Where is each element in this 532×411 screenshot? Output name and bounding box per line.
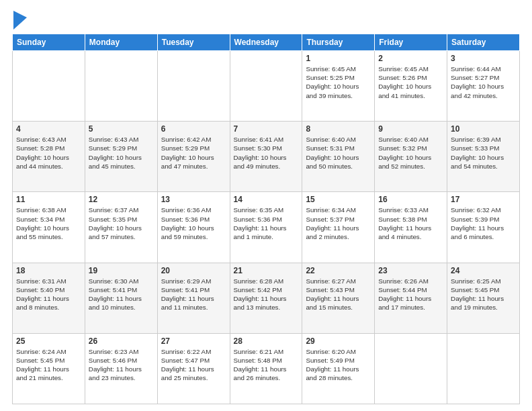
day-number: 2 [378, 54, 443, 63]
day-number: 27 [161, 336, 226, 346]
day-info: Sunrise: 6:21 AM Sunset: 5:48 PM Dayligh… [234, 347, 299, 383]
day-number: 23 [378, 266, 443, 275]
day-number: 1 [306, 54, 371, 63]
calendar-cell: 20Sunrise: 6:29 AM Sunset: 5:41 PM Dayli… [157, 263, 230, 333]
header [12, 11, 520, 30]
day-info: Sunrise: 6:36 AM Sunset: 5:36 PM Dayligh… [161, 205, 226, 241]
calendar-header-row: SundayMondayTuesdayWednesdayThursdayFrid… [13, 34, 520, 51]
day-info: Sunrise: 6:43 AM Sunset: 5:29 PM Dayligh… [89, 135, 154, 171]
day-info: Sunrise: 6:37 AM Sunset: 5:35 PM Dayligh… [89, 205, 154, 241]
day-number: 13 [161, 195, 226, 204]
day-number: 7 [234, 124, 299, 134]
calendar-cell: 6Sunrise: 6:42 AM Sunset: 5:29 PM Daylig… [157, 122, 230, 192]
day-number: 11 [16, 195, 81, 204]
day-info: Sunrise: 6:34 AM Sunset: 5:37 PM Dayligh… [306, 205, 371, 241]
day-number: 22 [306, 266, 371, 275]
day-info: Sunrise: 6:45 AM Sunset: 5:26 PM Dayligh… [378, 64, 443, 100]
calendar-cell: 23Sunrise: 6:26 AM Sunset: 5:44 PM Dayli… [375, 263, 447, 333]
calendar-cell: 16Sunrise: 6:33 AM Sunset: 5:38 PM Dayli… [375, 192, 447, 263]
weekday-header: Thursday [302, 34, 375, 51]
logo [12, 13, 27, 30]
svg-marker-0 [13, 11, 27, 30]
calendar-cell: 8Sunrise: 6:40 AM Sunset: 5:31 PM Daylig… [302, 122, 375, 192]
calendar-cell: 5Sunrise: 6:43 AM Sunset: 5:29 PM Daylig… [85, 122, 157, 192]
day-number: 18 [16, 266, 81, 275]
day-number: 15 [306, 195, 371, 204]
calendar-cell [375, 333, 447, 404]
day-number: 17 [451, 195, 516, 204]
calendar-cell: 10Sunrise: 6:39 AM Sunset: 5:33 PM Dayli… [447, 122, 520, 192]
day-number: 8 [306, 124, 371, 134]
weekday-header: Saturday [447, 34, 520, 51]
calendar-cell: 18Sunrise: 6:31 AM Sunset: 5:40 PM Dayli… [13, 263, 85, 333]
day-info: Sunrise: 6:41 AM Sunset: 5:30 PM Dayligh… [234, 135, 299, 171]
day-info: Sunrise: 6:28 AM Sunset: 5:42 PM Dayligh… [234, 277, 299, 312]
day-info: Sunrise: 6:39 AM Sunset: 5:33 PM Dayligh… [451, 135, 516, 171]
calendar-cell: 12Sunrise: 6:37 AM Sunset: 5:35 PM Dayli… [85, 192, 157, 263]
day-info: Sunrise: 6:44 AM Sunset: 5:27 PM Dayligh… [451, 64, 516, 100]
day-info: Sunrise: 6:43 AM Sunset: 5:28 PM Dayligh… [16, 135, 81, 171]
calendar-table: SundayMondayTuesdayWednesdayThursdayFrid… [12, 34, 520, 404]
day-number: 6 [161, 124, 226, 134]
day-info: Sunrise: 6:42 AM Sunset: 5:29 PM Dayligh… [161, 135, 226, 171]
day-number: 20 [161, 266, 226, 275]
day-number: 28 [234, 336, 299, 346]
calendar-cell: 27Sunrise: 6:22 AM Sunset: 5:47 PM Dayli… [157, 333, 230, 404]
calendar-week-row: 18Sunrise: 6:31 AM Sunset: 5:40 PM Dayli… [13, 263, 520, 333]
calendar-cell [13, 51, 85, 122]
calendar-cell: 22Sunrise: 6:27 AM Sunset: 5:43 PM Dayli… [302, 263, 375, 333]
weekday-header: Tuesday [157, 34, 230, 51]
calendar-cell: 11Sunrise: 6:38 AM Sunset: 5:34 PM Dayli… [13, 192, 85, 263]
day-number: 9 [378, 124, 443, 134]
calendar-cell: 19Sunrise: 6:30 AM Sunset: 5:41 PM Dayli… [85, 263, 157, 333]
day-number: 16 [378, 195, 443, 204]
day-number: 4 [16, 124, 81, 134]
calendar-cell: 7Sunrise: 6:41 AM Sunset: 5:30 PM Daylig… [230, 122, 302, 192]
calendar-cell: 13Sunrise: 6:36 AM Sunset: 5:36 PM Dayli… [157, 192, 230, 263]
page: SundayMondayTuesdayWednesdayThursdayFrid… [0, 0, 532, 411]
calendar-cell: 24Sunrise: 6:25 AM Sunset: 5:45 PM Dayli… [447, 263, 520, 333]
day-info: Sunrise: 6:35 AM Sunset: 5:36 PM Dayligh… [234, 205, 299, 241]
calendar-cell: 25Sunrise: 6:24 AM Sunset: 5:45 PM Dayli… [13, 333, 85, 404]
day-number: 5 [89, 124, 154, 134]
day-info: Sunrise: 6:25 AM Sunset: 5:45 PM Dayligh… [451, 277, 516, 312]
calendar-cell: 21Sunrise: 6:28 AM Sunset: 5:42 PM Dayli… [230, 263, 302, 333]
calendar-cell: 9Sunrise: 6:40 AM Sunset: 5:32 PM Daylig… [375, 122, 447, 192]
day-info: Sunrise: 6:30 AM Sunset: 5:41 PM Dayligh… [89, 277, 154, 312]
day-info: Sunrise: 6:20 AM Sunset: 5:49 PM Dayligh… [306, 347, 371, 383]
calendar-cell: 26Sunrise: 6:23 AM Sunset: 5:46 PM Dayli… [85, 333, 157, 404]
day-number: 14 [234, 195, 299, 204]
calendar-cell: 15Sunrise: 6:34 AM Sunset: 5:37 PM Dayli… [302, 192, 375, 263]
day-info: Sunrise: 6:23 AM Sunset: 5:46 PM Dayligh… [89, 347, 154, 383]
calendar-week-row: 25Sunrise: 6:24 AM Sunset: 5:45 PM Dayli… [13, 333, 520, 404]
calendar-cell: 17Sunrise: 6:32 AM Sunset: 5:39 PM Dayli… [447, 192, 520, 263]
day-number: 3 [451, 54, 516, 63]
day-info: Sunrise: 6:27 AM Sunset: 5:43 PM Dayligh… [306, 277, 371, 312]
day-info: Sunrise: 6:26 AM Sunset: 5:44 PM Dayligh… [378, 277, 443, 312]
day-info: Sunrise: 6:22 AM Sunset: 5:47 PM Dayligh… [161, 347, 226, 383]
weekday-header: Monday [85, 34, 157, 51]
day-info: Sunrise: 6:40 AM Sunset: 5:32 PM Dayligh… [378, 135, 443, 171]
day-number: 26 [89, 336, 154, 346]
day-info: Sunrise: 6:40 AM Sunset: 5:31 PM Dayligh… [306, 135, 371, 171]
calendar-cell: 4Sunrise: 6:43 AM Sunset: 5:28 PM Daylig… [13, 122, 85, 192]
calendar-cell: 3Sunrise: 6:44 AM Sunset: 5:27 PM Daylig… [447, 51, 520, 122]
logo-icon [13, 11, 27, 30]
day-number: 12 [89, 195, 154, 204]
calendar-cell: 2Sunrise: 6:45 AM Sunset: 5:26 PM Daylig… [375, 51, 447, 122]
calendar-cell [85, 51, 157, 122]
calendar-week-row: 4Sunrise: 6:43 AM Sunset: 5:28 PM Daylig… [13, 122, 520, 192]
calendar-cell: 1Sunrise: 6:45 AM Sunset: 5:25 PM Daylig… [302, 51, 375, 122]
day-info: Sunrise: 6:32 AM Sunset: 5:39 PM Dayligh… [451, 205, 516, 241]
calendar-cell [447, 333, 520, 404]
day-number: 21 [234, 266, 299, 275]
calendar-cell: 14Sunrise: 6:35 AM Sunset: 5:36 PM Dayli… [230, 192, 302, 263]
day-info: Sunrise: 6:45 AM Sunset: 5:25 PM Dayligh… [306, 64, 371, 100]
calendar-cell [230, 51, 302, 122]
weekday-header: Sunday [13, 34, 85, 51]
day-info: Sunrise: 6:24 AM Sunset: 5:45 PM Dayligh… [16, 347, 81, 383]
day-number: 29 [306, 336, 371, 346]
day-info: Sunrise: 6:38 AM Sunset: 5:34 PM Dayligh… [16, 205, 81, 241]
day-number: 25 [16, 336, 81, 346]
calendar-cell [157, 51, 230, 122]
